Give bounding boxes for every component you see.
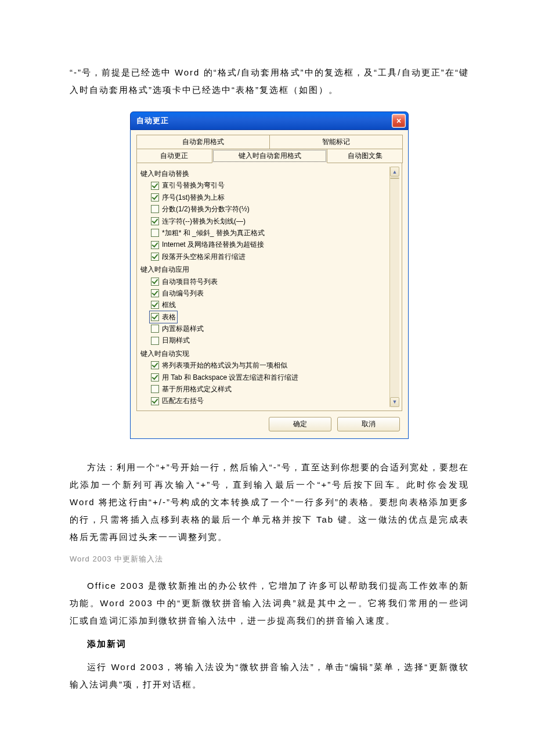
checkbox-fractions[interactable]: 分数(1/2)替换为分数字符(½) (151, 203, 389, 215)
checkbox-define-styles[interactable]: 基于所用格式定义样式 (151, 383, 389, 395)
checkbox-smart-quotes[interactable]: 直引号替换为弯引号 (151, 179, 389, 191)
checkbox-numbered-lists[interactable]: 自动编号列表 (151, 287, 389, 299)
checkbox-internet-paths[interactable]: Internet 及网络路径替换为超链接 (151, 239, 389, 250)
tab-autocorrect[interactable]: 自动更正 (136, 149, 212, 163)
paragraph-3: Office 2003 是微软新推出的办公软件，它增加了许多可以帮助我们提高工作… (70, 577, 469, 629)
heading-add-word: 添加新词 (70, 635, 469, 653)
tab-strip: 自动套用格式 智能标记 自动更正 键入时自动套用格式 自动图文集 (136, 135, 402, 163)
checkbox-tab-backspace-indent[interactable]: 用 Tab 和 Backspace 设置左缩进和首行缩进 (151, 372, 389, 383)
dialog-figure: 自动更正 × 自动套用格式 智能标记 自动更正 键入时自动套用格式 自动图文集 … (70, 111, 469, 439)
checkbox-format-list-like-prev[interactable]: 将列表项开始的格式设为与其前一项相似 (151, 359, 389, 371)
tab-autotext[interactable]: 自动图文集 (327, 149, 403, 163)
close-button[interactable]: × (392, 114, 406, 128)
group-auto-as-type: 键入时自动实现 (140, 348, 389, 359)
tab-autoformat-as-type[interactable]: 键入时自动套用格式 (212, 149, 328, 163)
dialog-title: 自动更正 (136, 116, 169, 126)
checkbox-bold-italic[interactable]: *加粗* 和 _倾斜_ 替换为真正格式 (151, 227, 389, 239)
checkbox-tables[interactable]: 表格 (150, 311, 177, 323)
checkbox-borders[interactable]: 框线 (151, 299, 389, 311)
checkbox-hyphens[interactable]: 连字符(--)替换为长划线(—) (151, 215, 389, 227)
scroll-up-icon[interactable]: ▲ (390, 167, 399, 177)
scroll-down-icon[interactable]: ▼ (390, 397, 399, 407)
tab-autoformat[interactable]: 自动套用格式 (136, 135, 270, 149)
titlebar[interactable]: 自动更正 × (130, 111, 409, 130)
tab-smarttag[interactable]: 智能标记 (269, 135, 403, 149)
options-panel: 键入时自动替换 直引号替换为弯引号 序号(1st)替换为上标 分数(1/2)替换… (136, 163, 402, 411)
checkbox-heading-styles[interactable]: 内置标题样式 (151, 323, 389, 334)
group-apply-as-type: 键入时自动应用 (140, 264, 389, 275)
subheading-ime: Word 2003 中更新输入法 (70, 554, 469, 564)
paragraph-1: “-”号，前提是已经选中 Word 的“格式/自动套用格式”中的复选框，及“工具… (70, 64, 469, 99)
checkbox-ordinals[interactable]: 序号(1st)替换为上标 (151, 192, 389, 203)
scroll-thumb[interactable] (390, 178, 399, 179)
close-icon: × (396, 116, 401, 125)
scrollbar[interactable]: ▲ ▼ (389, 167, 399, 407)
checkbox-match-brackets[interactable]: 匹配左右括号 (151, 395, 389, 406)
checkbox-date-styles[interactable]: 日期样式 (151, 334, 389, 346)
checkbox-first-indent[interactable]: 段落开头空格采用首行缩进 (151, 251, 389, 262)
ok-button[interactable]: 确定 (269, 417, 331, 431)
group-replace-as-type: 键入时自动替换 (140, 168, 389, 179)
paragraph-4: 运行 Word 2003，将输入法设为“微软拼音输入法”，单击“编辑”菜单，选择… (70, 658, 469, 693)
cancel-button[interactable]: 取消 (337, 417, 400, 431)
autocorrect-dialog: 自动更正 × 自动套用格式 智能标记 自动更正 键入时自动套用格式 自动图文集 … (130, 111, 409, 439)
paragraph-2: 方法：利用一个“+”号开始一行，然后输入“-”号，直至达到你想要的合适列宽处，要… (70, 459, 469, 546)
checkbox-bulleted-lists[interactable]: 自动项目符号列表 (151, 276, 389, 287)
